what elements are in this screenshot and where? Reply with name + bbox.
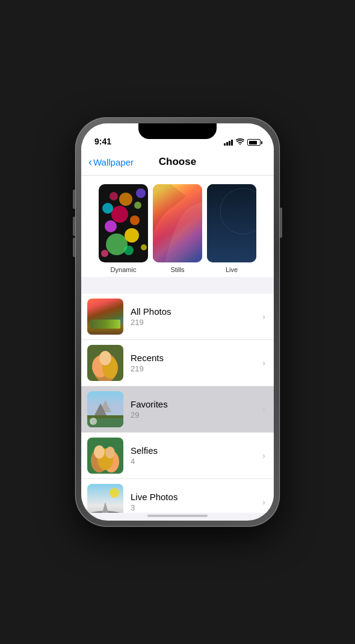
album-name: Live Photos	[131, 492, 265, 502]
chevron-right-icon: ›	[262, 358, 265, 368]
album-item-recents[interactable]: Recents 219 ›	[81, 340, 274, 386]
status-icons	[224, 138, 261, 146]
album-count: 4	[131, 457, 265, 466]
svg-point-8	[110, 192, 118, 200]
svg-point-5	[102, 203, 113, 214]
status-time: 9:41	[94, 137, 111, 146]
main-content: Dynamic	[81, 176, 274, 513]
back-label: Wallpaper	[93, 157, 134, 167]
dynamic-label: Dynamic	[111, 266, 137, 273]
album-item-favorites[interactable]: ♡ Favorites 29 ›	[81, 386, 274, 433]
svg-point-2	[105, 220, 117, 232]
album-info: Selfies 4	[131, 445, 265, 466]
back-button[interactable]: ‹ Wallpaper	[88, 156, 134, 169]
stills-label: Stills	[170, 266, 184, 273]
album-info: Recents 219	[131, 353, 265, 373]
svg-point-1	[125, 228, 139, 243]
svg-point-33	[105, 447, 115, 459]
album-item-selfies[interactable]: Selfies 4 ›	[81, 433, 274, 479]
phone-outer: 9:41	[75, 117, 280, 527]
svg-point-9	[136, 188, 146, 198]
album-count: 29	[131, 410, 265, 420]
stills-thumb	[153, 184, 202, 262]
album-info: Live Photos 3	[131, 492, 265, 512]
dynamic-thumb	[99, 184, 148, 262]
selfies-thumb	[87, 438, 123, 474]
album-list: All Photos 219 ›	[81, 294, 274, 513]
section-gap	[81, 277, 274, 294]
svg-point-7	[119, 193, 132, 206]
album-count: 219	[131, 364, 265, 373]
all-photos-thumb	[87, 299, 123, 335]
svg-rect-13	[153, 184, 202, 262]
home-indicator	[147, 515, 208, 517]
wallpaper-item-dynamic[interactable]: Dynamic	[99, 184, 148, 273]
favorites-thumb: ♡	[87, 391, 123, 427]
live-thumb	[207, 184, 256, 262]
album-name: Selfies	[131, 445, 265, 456]
svg-point-6	[134, 202, 141, 209]
album-info: Favorites 29	[131, 399, 265, 420]
signal-bars-icon	[224, 140, 233, 146]
svg-point-11	[101, 250, 108, 257]
notch	[138, 123, 217, 139]
album-info: All Photos 219	[131, 306, 265, 327]
album-name: Favorites	[131, 399, 265, 409]
back-chevron-icon: ‹	[88, 156, 92, 169]
live-photos-thumb	[87, 484, 123, 513]
wallpaper-previews: Dynamic	[81, 176, 274, 277]
chevron-right-icon: ›	[262, 404, 265, 414]
svg-point-37	[110, 488, 119, 498]
svg-point-3	[130, 215, 140, 225]
svg-point-32	[94, 445, 105, 459]
phone-inner: 9:41	[81, 123, 274, 521]
live-label: Live	[226, 266, 238, 273]
recents-thumb	[87, 345, 123, 381]
album-item-all-photos[interactable]: All Photos 219 ›	[81, 294, 274, 340]
wallpaper-item-live[interactable]: Live	[207, 184, 256, 273]
nav-bar: ‹ Wallpaper Choose	[81, 150, 274, 176]
album-count: 219	[131, 318, 265, 327]
svg-text:♡: ♡	[92, 420, 96, 425]
chevron-right-icon: ›	[262, 312, 265, 321]
album-name: Recents	[131, 353, 265, 363]
album-item-live-photos[interactable]: Live Photos 3 ›	[81, 479, 274, 513]
svg-point-12	[141, 244, 147, 250]
wallpaper-item-stills[interactable]: Stills	[153, 184, 202, 273]
svg-point-10	[124, 246, 134, 255]
album-count: 3	[131, 503, 265, 512]
svg-rect-14	[207, 184, 256, 262]
chevron-right-icon: ›	[262, 497, 265, 507]
chevron-right-icon: ›	[262, 451, 265, 460]
svg-point-20	[99, 351, 111, 365]
wifi-icon	[236, 138, 244, 146]
svg-point-4	[111, 206, 128, 223]
album-name: All Photos	[131, 306, 265, 317]
page-title: Choose	[159, 156, 196, 168]
battery-icon	[247, 139, 261, 146]
